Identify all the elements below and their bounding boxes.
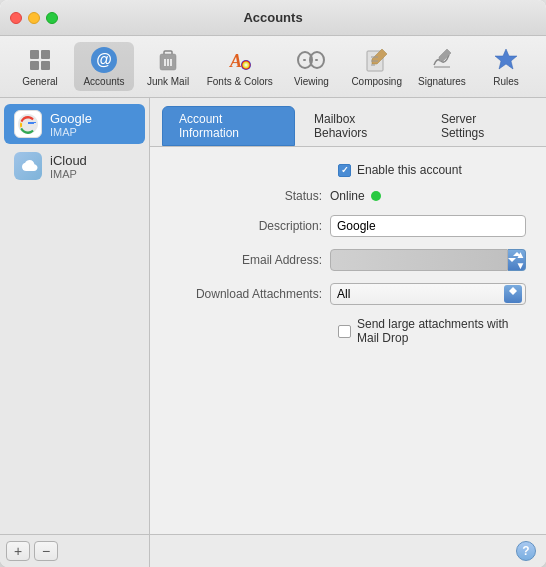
form-area: Enable this account Status: Online Descr…: [150, 147, 546, 534]
minimize-button[interactable]: [28, 12, 40, 24]
junk-mail-label: Junk Mail: [147, 76, 189, 87]
svg-rect-3: [41, 61, 50, 70]
status-control: Online: [330, 189, 526, 203]
description-input[interactable]: [330, 215, 526, 237]
sidebar: Google IMAP iCloud IMAP: [0, 98, 150, 567]
status-label: Status:: [170, 189, 330, 203]
status-indicator: [371, 191, 381, 201]
signatures-label: Signatures: [418, 76, 466, 87]
enable-account-text: Enable this account: [357, 163, 462, 177]
enable-account-checkbox[interactable]: [338, 164, 351, 177]
description-row: Description:: [170, 215, 526, 237]
window-title: Accounts: [243, 10, 302, 25]
email-dropdown-button[interactable]: ▲▼: [508, 249, 526, 271]
mail-drop-checkbox[interactable]: [338, 325, 351, 338]
signatures-icon: [428, 46, 456, 74]
bottom-bar: ?: [150, 534, 546, 567]
google-account-icon: [14, 110, 42, 138]
description-label: Description:: [170, 219, 330, 233]
download-attachments-row: Download Attachments: All Recent None: [170, 283, 526, 305]
toolbar-item-general[interactable]: General: [10, 42, 70, 91]
svg-marker-19: [495, 49, 517, 69]
enable-account-row: Enable this account: [170, 163, 526, 177]
email-address-control: ▲▼: [330, 249, 526, 271]
icloud-account-type: IMAP: [50, 168, 87, 180]
status-row: Status: Online: [170, 189, 526, 203]
accounts-label: Accounts: [83, 76, 124, 87]
toolbar-item-fonts-colors[interactable]: A Fonts & Colors: [202, 42, 277, 91]
composing-label: Composing: [351, 76, 402, 87]
sidebar-item-icloud[interactable]: iCloud IMAP: [4, 146, 145, 186]
title-bar: Accounts: [0, 0, 546, 36]
svg-rect-2: [30, 61, 39, 70]
toolbar-item-viewing[interactable]: Viewing: [281, 42, 341, 91]
fonts-colors-label: Fonts & Colors: [207, 76, 273, 87]
general-icon: [26, 46, 54, 74]
rules-label: Rules: [493, 76, 519, 87]
svg-text:A: A: [229, 51, 242, 71]
general-label: General: [22, 76, 58, 87]
download-attachments-select-wrapper: All Recent None: [330, 283, 526, 305]
fonts-colors-icon: A: [226, 46, 254, 74]
download-attachments-select[interactable]: All Recent None: [330, 283, 526, 305]
account-list: Google IMAP iCloud IMAP: [0, 98, 149, 534]
download-attachments-control: All Recent None: [330, 283, 526, 305]
icloud-account-icon: [14, 152, 42, 180]
status-value: Online: [330, 189, 365, 203]
svg-rect-13: [315, 59, 318, 61]
google-account-info: Google IMAP: [50, 111, 92, 138]
description-control: [330, 215, 526, 237]
mail-drop-label[interactable]: Send large attachments with Mail Drop: [338, 317, 526, 345]
junk-mail-icon: [154, 46, 182, 74]
enable-account-label[interactable]: Enable this account: [338, 163, 462, 177]
toolbar-item-junk-mail[interactable]: Junk Mail: [138, 42, 198, 91]
toolbar: General @ Accounts Junk Mail: [0, 36, 546, 98]
sidebar-bottom: + −: [0, 534, 149, 567]
email-address-label: Email Address:: [170, 253, 330, 267]
icloud-account-info: iCloud IMAP: [50, 153, 87, 180]
tab-mailbox-behaviors[interactable]: Mailbox Behaviors: [297, 106, 422, 146]
traffic-lights: [10, 12, 58, 24]
download-attachments-label: Download Attachments:: [170, 287, 330, 301]
icloud-account-name: iCloud: [50, 153, 87, 168]
close-button[interactable]: [10, 12, 22, 24]
toolbar-item-signatures[interactable]: Signatures: [412, 42, 472, 91]
email-address-input[interactable]: [330, 249, 508, 271]
add-account-button[interactable]: +: [6, 541, 30, 561]
viewing-icon: [297, 46, 325, 74]
tab-account-information[interactable]: Account Information: [162, 106, 295, 146]
svg-rect-12: [303, 59, 306, 61]
accounts-icon: @: [90, 46, 118, 74]
svg-point-9: [241, 60, 251, 70]
help-button[interactable]: ?: [516, 541, 536, 561]
email-address-row: Email Address: ▲▼: [170, 249, 526, 271]
remove-account-button[interactable]: −: [34, 541, 58, 561]
maximize-button[interactable]: [46, 12, 58, 24]
main-window: Accounts General @ Accounts: [0, 0, 546, 567]
sidebar-item-google[interactable]: Google IMAP: [4, 104, 145, 144]
detail-panel: Account Information Mailbox Behaviors Se…: [150, 98, 546, 567]
toolbar-item-accounts[interactable]: @ Accounts: [74, 42, 134, 91]
viewing-label: Viewing: [294, 76, 329, 87]
mail-drop-text: Send large attachments with Mail Drop: [357, 317, 526, 345]
composing-icon: [363, 46, 391, 74]
main-content: Google IMAP iCloud IMAP: [0, 98, 546, 567]
email-field-wrapper: ▲▼: [330, 249, 526, 271]
svg-rect-1: [41, 50, 50, 59]
google-account-type: IMAP: [50, 126, 92, 138]
tab-bar: Account Information Mailbox Behaviors Se…: [150, 98, 546, 147]
google-account-name: Google: [50, 111, 92, 126]
toolbar-item-rules[interactable]: Rules: [476, 42, 536, 91]
svg-rect-0: [30, 50, 39, 59]
mail-drop-row: Send large attachments with Mail Drop: [170, 317, 526, 345]
tab-server-settings[interactable]: Server Settings: [424, 106, 534, 146]
toolbar-item-composing[interactable]: Composing: [345, 42, 407, 91]
rules-icon: [492, 46, 520, 74]
